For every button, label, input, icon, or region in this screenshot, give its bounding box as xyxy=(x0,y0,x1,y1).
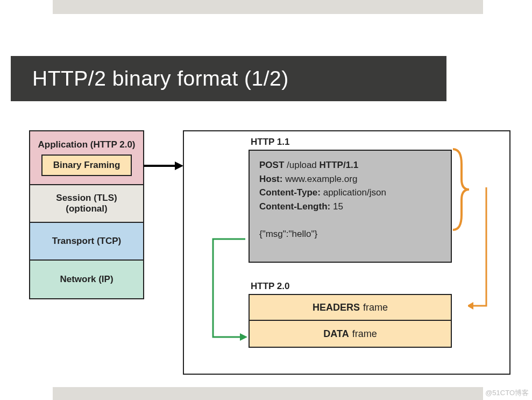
http11-label: HTTP 1.1 xyxy=(251,137,289,148)
data-frame-row: DATA frame xyxy=(250,321,451,347)
request-line: POST /upload HTTP/1.1 xyxy=(259,158,441,172)
request-version: HTTP/1.1 xyxy=(320,160,359,170)
slide-title-text: HTTP/2 binary format (1/2) xyxy=(32,67,289,90)
network-layer-label: Network (IP) xyxy=(60,274,113,285)
data-frame-bold: DATA xyxy=(323,328,349,340)
right-container: HTTP 1.1 POST /upload HTTP/1.1 Host: www… xyxy=(183,130,510,375)
ctype-line: Content-Type: application/json xyxy=(259,186,441,200)
headers-frame-bold: HEADERS xyxy=(313,302,360,313)
session-layer: Session (TLS) (optional) xyxy=(30,185,143,223)
clen-line: Content-Length: 15 xyxy=(259,200,441,214)
slide-title: HTTP/2 binary format (1/2) xyxy=(11,56,446,101)
svg-marker-1 xyxy=(175,162,183,170)
headers-frame-rest: frame xyxy=(363,302,388,313)
top-decor-bar xyxy=(53,0,483,14)
request-path: /upload xyxy=(287,160,317,170)
ctype-value: application/json xyxy=(323,187,386,198)
application-layer-label: Application (HTTP 2.0) xyxy=(38,139,135,150)
clen-value: 15 xyxy=(333,201,343,212)
host-label: Host: xyxy=(259,174,282,184)
transport-layer-label: Transport (TCP) xyxy=(52,236,121,247)
http20-label: HTTP 2.0 xyxy=(251,281,289,292)
clen-label: Content-Length: xyxy=(259,201,330,212)
data-frame-rest: frame xyxy=(352,328,377,340)
transport-layer: Transport (TCP) xyxy=(30,223,143,261)
application-layer: Application (HTTP 2.0) Binary Framing xyxy=(30,131,143,185)
watermark: @51CTO博客 xyxy=(485,388,529,398)
http11-request-box: POST /upload HTTP/1.1 Host: www.example.… xyxy=(249,150,452,263)
session-layer-label: Session (TLS) (optional) xyxy=(34,193,139,214)
body-line: {"msg":"hello"} xyxy=(259,227,441,241)
network-layer: Network (IP) xyxy=(30,261,143,298)
binary-framing-layer: Binary Framing xyxy=(41,155,132,176)
arrow-stack-to-right xyxy=(144,162,183,170)
binary-framing-label: Binary Framing xyxy=(53,160,120,171)
headers-frame-row: HEADERS frame xyxy=(250,295,451,321)
request-method: POST xyxy=(259,160,284,170)
protocol-stack: Application (HTTP 2.0) Binary Framing Se… xyxy=(29,130,144,299)
host-line: Host: www.example.org xyxy=(259,172,441,186)
bottom-decor-bar xyxy=(53,387,483,400)
http2-frames-box: HEADERS frame DATA frame xyxy=(249,294,452,348)
ctype-label: Content-Type: xyxy=(259,187,321,198)
host-value: www.example.org xyxy=(285,174,357,184)
